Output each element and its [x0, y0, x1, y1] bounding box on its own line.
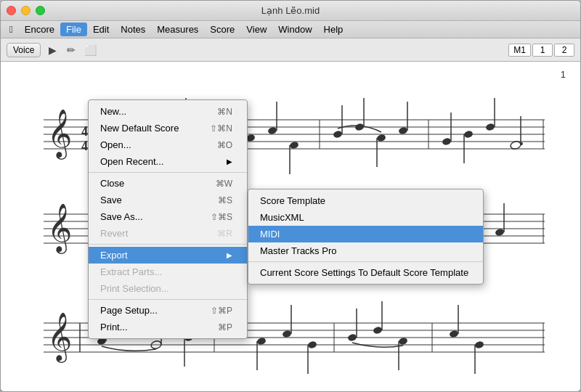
- svg-point-38: [463, 130, 474, 139]
- svg-point-121: [474, 340, 484, 349]
- menubar:  Encore File Edit Notes Measures Score …: [1, 21, 580, 38]
- svg-point-109: [307, 340, 317, 349]
- minimize-button[interactable]: [21, 6, 31, 15]
- menu-new-default[interactable]: New Default Score ⇧⌘N: [89, 120, 247, 136]
- svg-point-27: [333, 130, 343, 139]
- svg-point-112: [347, 333, 357, 342]
- menu-export-wrapper: Export ▶ Score Template MusicXML MIDI: [89, 247, 247, 264]
- svg-point-84: [495, 228, 505, 237]
- menu-musicxml[interactable]: MusicXML: [248, 209, 483, 226]
- svg-point-40: [485, 123, 495, 131]
- menu-save[interactable]: Save ⌘S: [89, 192, 247, 208]
- select-tool[interactable]: ▶: [45, 43, 60, 57]
- svg-point-22: [267, 126, 277, 135]
- menu-extract-parts: Extract Parts...: [89, 264, 247, 280]
- svg-point-116: [398, 337, 408, 346]
- close-button[interactable]: [7, 6, 16, 15]
- svg-text:𝄞: 𝄞: [47, 109, 72, 160]
- menu-score[interactable]: Score: [204, 23, 240, 36]
- main-window: Lạnh Lẽo.mid  Encore File Edit Notes Me…: [0, 0, 581, 392]
- menu-edit[interactable]: Edit: [87, 23, 115, 36]
- svg-text:4: 4: [81, 139, 88, 153]
- maximize-button[interactable]: [36, 6, 45, 15]
- separator-1: [89, 172, 247, 173]
- score-content: 1 𝄞 4 4: [1, 62, 580, 391]
- svg-point-29: [354, 123, 365, 131]
- export-separator: [248, 261, 483, 262]
- svg-point-105: [256, 337, 267, 346]
- menu-help[interactable]: Help: [318, 23, 349, 36]
- titlebar: Lạnh Lẽo.mid: [1, 1, 580, 21]
- menu-open[interactable]: Open... ⌘O: [89, 136, 247, 153]
- export-submenu: Score Template MusicXML MIDI Master Trac…: [248, 189, 484, 285]
- measure-controls: M1 1 2: [508, 44, 574, 57]
- svg-text:𝄞: 𝄞: [47, 312, 72, 363]
- menu-page-setup[interactable]: Page Setup... ⇧⌘P: [89, 302, 247, 319]
- menu-measures[interactable]: Measures: [151, 23, 204, 36]
- separator-2: [89, 244, 247, 245]
- menu-new[interactable]: New... ⌘N: [89, 103, 247, 120]
- svg-point-114: [373, 326, 383, 335]
- menu-file[interactable]: File: [60, 23, 87, 36]
- eraser-tool[interactable]: ⬜: [83, 43, 97, 57]
- menu-score-template[interactable]: Score Template: [248, 192, 483, 209]
- menu-print-selection: Print Selection...: [89, 280, 247, 297]
- window-title: Lạnh Lẽo.mid: [261, 5, 320, 16]
- menu-midi[interactable]: MIDI: [248, 226, 483, 242]
- menu-open-recent[interactable]: Open Recent... ▶: [89, 153, 247, 170]
- page-number: 1: [561, 69, 566, 80]
- measure-indicator: M1: [508, 44, 531, 57]
- pencil-tool[interactable]: ✏: [64, 43, 78, 57]
- toolbar: Voice ▶ ✏ ⬜ M1 1 2: [1, 38, 580, 62]
- svg-text:4: 4: [81, 124, 88, 139]
- svg-point-107: [282, 330, 292, 338]
- svg-point-119: [449, 330, 459, 338]
- menu-current-score-settings[interactable]: Current Score Settings To Default Score …: [248, 264, 483, 281]
- svg-point-45: [520, 142, 523, 145]
- menu-revert: Revert ⌘R: [89, 225, 247, 242]
- voice-dropdown[interactable]: Voice: [7, 43, 41, 57]
- menu-export[interactable]: Export ▶: [89, 247, 247, 264]
- menu-encore[interactable]: Encore: [19, 23, 60, 36]
- svg-point-33: [398, 126, 408, 135]
- menu-notes[interactable]: Notes: [115, 23, 151, 36]
- file-menu-dropdown: New... ⌘N New Default Score ⇧⌘N Open... …: [88, 99, 248, 339]
- svg-point-24: [289, 141, 299, 150]
- svg-point-31: [376, 134, 386, 142]
- page-prev[interactable]: 1: [532, 44, 553, 57]
- menu-close[interactable]: Close ⌘W: [89, 175, 247, 192]
- svg-text:𝄞: 𝄞: [47, 203, 72, 254]
- menu-apple[interactable]: : [4, 23, 19, 36]
- menu-save-as[interactable]: Save As... ⇧⌘S: [89, 208, 247, 225]
- menu-window[interactable]: Window: [272, 23, 317, 36]
- svg-point-36: [442, 137, 452, 146]
- page-next[interactable]: 2: [554, 44, 574, 57]
- menu-print[interactable]: Print... ⌘P: [89, 319, 247, 335]
- menu-view[interactable]: View: [240, 23, 272, 36]
- menu-master-tracks[interactable]: Master Tracks Pro: [248, 242, 483, 259]
- traffic-lights: [7, 6, 45, 15]
- separator-3: [89, 299, 247, 300]
